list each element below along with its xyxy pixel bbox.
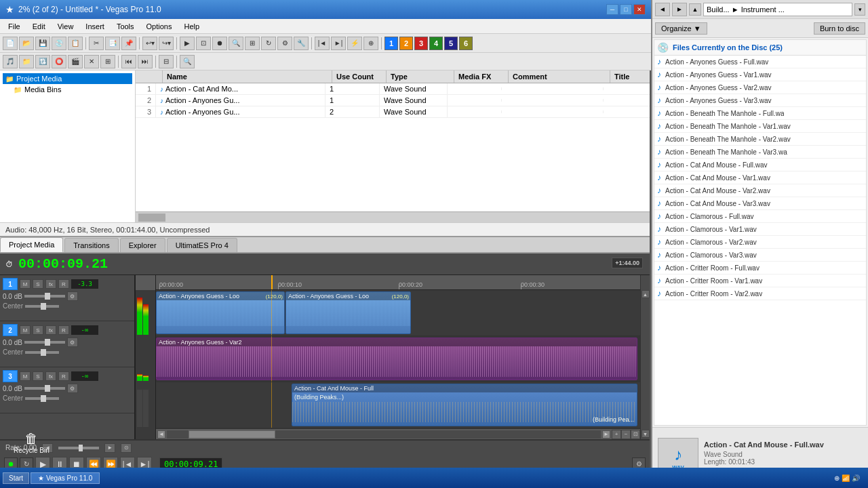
vol-slider-1[interactable] bbox=[24, 295, 65, 298]
list-item[interactable]: ♪ Action - Cat And Mouse - Var1.wav bbox=[654, 171, 866, 184]
nav-forward-button[interactable]: ► bbox=[672, 3, 687, 16]
timeline-ruler[interactable]: 00:00:00 00:00:10 00:00:20 00:00:30 bbox=[156, 275, 640, 290]
track-number-3[interactable]: 3 bbox=[3, 370, 18, 382]
arrange-btn[interactable]: ⊞ bbox=[100, 55, 115, 68]
open-button[interactable]: 📂 bbox=[19, 37, 34, 50]
new-button[interactable]: 📄 bbox=[3, 37, 18, 50]
zoom-btn[interactable]: 🔍 bbox=[229, 37, 243, 50]
zoom-fit-timeline[interactable]: ⊡ bbox=[631, 430, 640, 439]
zoom-in-timeline[interactable]: + bbox=[612, 430, 621, 439]
tree-all-media[interactable]: 📁 Project Media bbox=[3, 73, 132, 84]
list-item[interactable]: ♪ Action - Critter Room - Var1.wav bbox=[654, 274, 866, 287]
track-mute-2[interactable]: M bbox=[20, 325, 31, 335]
organize-button[interactable]: Organize ▼ bbox=[655, 22, 707, 35]
address-bar[interactable]: Build... ► Instrument ... bbox=[703, 3, 852, 16]
save-button[interactable]: 💾 bbox=[35, 37, 50, 50]
loop-btn[interactable]: ↻ bbox=[261, 37, 276, 50]
hscroll-thumb[interactable] bbox=[189, 430, 275, 439]
list-item[interactable]: ♪ Action - Anyones Guess - Var1.wav bbox=[654, 68, 866, 81]
render2-btn[interactable]: ⊡ bbox=[196, 37, 211, 50]
track-settings-1[interactable]: ⚙ bbox=[67, 291, 78, 301]
track-arm-2[interactable]: R bbox=[58, 325, 69, 335]
list-item[interactable]: ♪ Action - Anyones Guess - Full.wav bbox=[654, 56, 866, 68]
close-button[interactable]: ✕ bbox=[633, 4, 646, 15]
collapse-btn[interactable]: ▼ bbox=[642, 430, 650, 438]
recycle-bin[interactable]: 🗑 Recycle Bin bbox=[14, 431, 50, 454]
list-item[interactable]: ♪ Action - Beneath The Manhole - Full.wa bbox=[654, 107, 866, 120]
track-num-4[interactable]: 4 bbox=[429, 37, 443, 50]
play-next[interactable]: ⏭ bbox=[138, 55, 153, 68]
scroll-left-btn[interactable]: ◄ bbox=[157, 430, 165, 439]
col-name[interactable]: Name bbox=[163, 70, 332, 83]
track-fx-2[interactable]: fx bbox=[45, 325, 56, 335]
pan-slider-1[interactable] bbox=[25, 305, 59, 308]
track-clip-2[interactable]: Action - Anyones Guess - Var2 bbox=[156, 338, 637, 380]
track-clip-1a[interactable]: Action - Anyones Guess - Loo (120,0) bbox=[156, 291, 285, 334]
list-item[interactable]: ♪ Action - Clamorous - Var3.wav bbox=[654, 249, 866, 262]
taskbar-vegas-item[interactable]: ★ Vegas Pro 11.0 bbox=[31, 472, 100, 484]
scroll-thumb[interactable] bbox=[138, 214, 165, 222]
media2-btn[interactable]: 📁 bbox=[19, 55, 34, 68]
track-lane-3[interactable]: Action - Cat And Mouse - Full (Building … bbox=[156, 382, 640, 428]
col-use-count[interactable]: Use Count bbox=[332, 70, 387, 83]
list-item[interactable]: ♪ Action - Cat And Mouse - Full.wav bbox=[654, 159, 866, 171]
cut-button[interactable]: ✂ bbox=[89, 37, 104, 50]
record-btn[interactable]: ⏺ bbox=[212, 37, 227, 50]
track-clip-1b[interactable]: Action - Anyones Guess - Loo (120,0) bbox=[285, 291, 411, 334]
copy-button[interactable]: 📑 bbox=[105, 37, 120, 50]
tab-project-media[interactable]: Project Media bbox=[0, 237, 63, 252]
list-item[interactable]: ♪ Action - Anyones Guess - Var2.wav bbox=[654, 81, 866, 94]
marker-btn[interactable]: |◄ bbox=[315, 37, 330, 50]
track-num-6[interactable]: 6 bbox=[459, 37, 473, 50]
address-dropdown-btn[interactable]: ▾ bbox=[854, 3, 865, 16]
track-fx-1[interactable]: fx bbox=[45, 279, 56, 289]
start-button[interactable]: Start bbox=[3, 472, 29, 484]
paste-button[interactable]: 📌 bbox=[121, 37, 136, 50]
track-num-2[interactable]: 2 bbox=[399, 37, 413, 50]
track-mute-3[interactable]: M bbox=[20, 371, 31, 381]
minimize-button[interactable]: ─ bbox=[606, 4, 618, 15]
nav-up-button[interactable]: ▲ bbox=[689, 3, 701, 16]
table-row[interactable]: 1 ♪Action - Cat And Mo... 1 Wave Sound bbox=[136, 83, 650, 95]
scroll-right-btn[interactable]: ► bbox=[602, 430, 610, 439]
redo-dropdown[interactable]: ↪▾ bbox=[159, 37, 174, 50]
list-item[interactable]: ♪ Action - Critter Room - Full.wav bbox=[654, 262, 866, 274]
media-btn[interactable]: 🎵 bbox=[3, 55, 18, 68]
list-item[interactable]: ♪ Action - Beneath The Manhole - Var1.wa… bbox=[654, 120, 866, 133]
expand-btn[interactable]: ▲ bbox=[642, 290, 650, 298]
col-media-fx[interactable]: Media FX bbox=[454, 70, 509, 83]
pan-slider-2[interactable] bbox=[25, 351, 59, 354]
tab-explorer[interactable]: Explorer bbox=[120, 238, 165, 252]
snap-btn[interactable]: ⊞ bbox=[245, 37, 260, 50]
undo-dropdown[interactable]: ↩▾ bbox=[142, 37, 157, 50]
tab-transitions[interactable]: Transitions bbox=[64, 238, 118, 252]
track-solo-3[interactable]: S bbox=[33, 371, 43, 381]
split-btn[interactable]: ⚡ bbox=[347, 37, 362, 50]
tools-btn1[interactable]: ⚙ bbox=[277, 37, 292, 50]
track-fx-3[interactable]: fx bbox=[45, 371, 56, 381]
play-prev[interactable]: ⏮ bbox=[121, 55, 136, 68]
timeline-hscroll[interactable]: ◄ ► + − ⊡ bbox=[156, 428, 640, 439]
menu-insert[interactable]: Insert bbox=[80, 21, 110, 32]
menu-edit[interactable]: Edit bbox=[27, 21, 51, 32]
media3-btn[interactable]: 🔃 bbox=[35, 55, 50, 68]
tab-ultimates[interactable]: UltimatES Pro 4 bbox=[167, 238, 237, 252]
vol-slider-3[interactable] bbox=[24, 387, 65, 390]
track-solo-1[interactable]: S bbox=[33, 279, 43, 289]
table-row[interactable]: 3 ♪Action - Anyones Gu... 2 Wave Sound bbox=[136, 106, 650, 118]
zoom-out-timeline[interactable]: − bbox=[621, 430, 631, 439]
vol-slider-2[interactable] bbox=[24, 341, 65, 344]
burn-disc-button[interactable]: Burn to disc bbox=[814, 22, 865, 35]
list-item[interactable]: ♪ Action - Cat And Mouse - Var3.wav bbox=[654, 197, 866, 210]
nav-back-button[interactable]: ◄ bbox=[655, 3, 670, 16]
rate-center[interactable]: ⊙ bbox=[121, 443, 132, 453]
list-item[interactable]: ♪ Action - Beneath The Manhole - Var3.wa bbox=[654, 146, 866, 159]
disc-folder-item[interactable]: 💿 Files Currently on the Disc (25) bbox=[654, 40, 866, 56]
track-arm-1[interactable]: R bbox=[58, 279, 69, 289]
media-scrollbar[interactable] bbox=[136, 211, 650, 222]
tree-media-bins[interactable]: 📁 Media Bins bbox=[3, 84, 132, 95]
hscroll-track[interactable] bbox=[167, 430, 601, 439]
properties-button[interactable]: 📋 bbox=[68, 37, 83, 50]
grid-btn[interactable]: ⊟ bbox=[159, 55, 174, 68]
marker2-btn[interactable]: ►| bbox=[331, 37, 346, 50]
